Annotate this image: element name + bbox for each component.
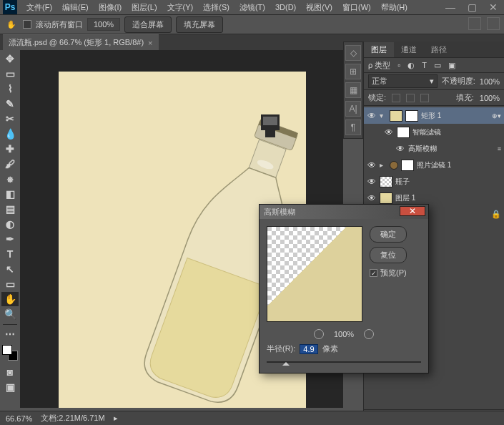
layer-thumb[interactable] bbox=[380, 176, 392, 187]
preview-area[interactable] bbox=[267, 226, 362, 322]
shape-tool-icon[interactable]: ▭ bbox=[1, 277, 19, 291]
layer-name[interactable]: 矩形 1 bbox=[421, 111, 441, 121]
layer-mask-thumb[interactable] bbox=[405, 110, 418, 122]
layer-name[interactable]: 高斯模糊 bbox=[408, 144, 437, 154]
layer-thumb[interactable] bbox=[390, 110, 402, 122]
pen-tool-icon[interactable]: ✒ bbox=[1, 232, 19, 246]
menu-help[interactable]: 帮助(H) bbox=[376, 1, 412, 14]
menu-edit[interactable]: 编辑(E) bbox=[57, 1, 94, 14]
preview-checkbox[interactable]: ✓ 预览(P) bbox=[370, 268, 407, 278]
status-zoom[interactable]: 66.67% bbox=[6, 414, 32, 423]
menu-view[interactable]: 视图(V) bbox=[301, 1, 337, 14]
visibility-icon[interactable]: 👁 bbox=[367, 177, 377, 187]
lock-all-icon[interactable] bbox=[420, 94, 429, 102]
layer-name[interactable]: 瓶子 bbox=[395, 177, 410, 187]
layer-row[interactable]: 👁 瓶子 bbox=[364, 173, 504, 190]
filter-pixel-icon[interactable]: ▫ bbox=[397, 61, 400, 69]
layer-row[interactable]: 👁 高斯模糊 ≡ bbox=[364, 140, 504, 157]
filter-options-icon[interactable]: ≡ bbox=[498, 145, 501, 152]
eyedropper-tool-icon[interactable]: 💧 bbox=[1, 127, 19, 141]
color-panel-icon[interactable]: ▦ bbox=[345, 82, 361, 98]
expand-arrow-icon[interactable]: ▸ bbox=[380, 161, 387, 169]
cancel-button[interactable]: 复位 bbox=[370, 247, 407, 263]
blend-mode-select[interactable]: 正常▾ bbox=[368, 74, 438, 88]
zoom-out-icon[interactable] bbox=[314, 329, 324, 339]
document-tab[interactable]: 漂流瓶.psd @ 66.7% (矩形 1, RGB/8#) × bbox=[3, 34, 159, 50]
zoom-tool-icon[interactable]: 🔍 bbox=[1, 307, 19, 321]
visibility-icon[interactable]: 👁 bbox=[367, 193, 377, 203]
document-tab-close-icon[interactable]: × bbox=[148, 39, 152, 47]
path-select-tool-icon[interactable]: ↖ bbox=[1, 262, 19, 276]
window-maximize-button[interactable]: ▢ bbox=[461, 0, 483, 14]
visibility-icon[interactable]: 👁 bbox=[367, 160, 377, 170]
filter-shape-icon[interactable]: ▭ bbox=[434, 61, 441, 70]
type-tool-icon[interactable]: T bbox=[1, 247, 19, 261]
menu-file[interactable]: 文件(F) bbox=[21, 1, 57, 14]
fit-screen-button[interactable]: 适合屏幕 bbox=[124, 16, 172, 33]
edit-toolbar-icon[interactable]: ⋯ bbox=[1, 327, 19, 341]
layer-row[interactable]: 👁 ▸ 照片滤镜 1 bbox=[364, 157, 504, 173]
move-tool-icon[interactable]: ✥ bbox=[1, 52, 19, 66]
marquee-tool-icon[interactable]: ▭ bbox=[1, 67, 19, 81]
menu-type[interactable]: 文字(Y) bbox=[162, 1, 199, 14]
eraser-tool-icon[interactable]: ◧ bbox=[1, 187, 19, 201]
hand-tool-icon[interactable]: ✋ bbox=[1, 292, 19, 306]
menu-image[interactable]: 图像(I) bbox=[94, 1, 127, 14]
layer-thumb[interactable] bbox=[380, 192, 392, 204]
filter-type-icon[interactable]: T bbox=[422, 61, 427, 69]
character-panel-icon[interactable]: A| bbox=[345, 101, 361, 117]
layer-mask-thumb[interactable] bbox=[401, 160, 414, 171]
dodge-tool-icon[interactable]: ◐ bbox=[1, 217, 19, 231]
slider-thumb-icon[interactable] bbox=[282, 358, 290, 366]
search-icon[interactable] bbox=[487, 17, 500, 30]
radius-slider[interactable] bbox=[267, 358, 421, 366]
menu-window[interactable]: 窗口(W) bbox=[337, 1, 376, 14]
menu-3d[interactable]: 3D(D) bbox=[270, 1, 301, 13]
expand-arrow-icon[interactable]: ▾ bbox=[380, 112, 387, 119]
workspace-switcher-icon[interactable] bbox=[468, 17, 481, 30]
foreground-color[interactable] bbox=[2, 345, 12, 355]
color-swatch[interactable] bbox=[2, 345, 18, 361]
fill-screen-button[interactable]: 填充屏幕 bbox=[176, 16, 223, 33]
layer-name[interactable]: 照片滤镜 1 bbox=[417, 160, 451, 170]
lasso-tool-icon[interactable]: ⌇ bbox=[1, 82, 19, 96]
scroll-all-checkbox[interactable] bbox=[23, 20, 31, 29]
stamp-tool-icon[interactable]: ⎈ bbox=[1, 172, 19, 186]
paragraph-panel-icon[interactable]: ¶ bbox=[345, 119, 361, 135]
zoom-in-icon[interactable] bbox=[364, 329, 374, 339]
opacity-value[interactable]: 100% bbox=[480, 77, 500, 86]
menu-select[interactable]: 选择(S) bbox=[198, 1, 234, 14]
dialog-titlebar[interactable]: 高斯模糊 ✕ bbox=[260, 205, 428, 219]
adjust-icon[interactable] bbox=[390, 161, 398, 170]
properties-panel-icon[interactable]: ⊞ bbox=[345, 64, 361, 79]
visibility-icon[interactable]: 👁 bbox=[395, 144, 405, 154]
quick-mask-icon[interactable]: ◙ bbox=[1, 365, 19, 379]
dialog-close-button[interactable]: ✕ bbox=[400, 206, 425, 216]
screen-mode-icon[interactable]: ▣ bbox=[1, 380, 19, 394]
menu-filter[interactable]: 滤镜(T) bbox=[234, 1, 270, 14]
status-arrow-icon[interactable]: ▸ bbox=[114, 414, 118, 423]
fill-value[interactable]: 100% bbox=[480, 94, 500, 102]
tab-paths[interactable]: 路径 bbox=[424, 42, 454, 57]
brush-tool-icon[interactable]: 🖌 bbox=[1, 157, 19, 171]
layer-row[interactable]: 👁 智能滤镜 bbox=[364, 124, 504, 140]
window-close-button[interactable]: ✕ bbox=[483, 0, 504, 14]
menu-layer[interactable]: 图层(L) bbox=[127, 1, 162, 14]
radius-input[interactable]: 4.9 bbox=[300, 344, 317, 354]
filter-smart-icon[interactable]: ▣ bbox=[448, 61, 455, 70]
lock-position-icon[interactable] bbox=[406, 94, 415, 102]
tab-layers[interactable]: 图层 bbox=[364, 42, 394, 57]
gradient-tool-icon[interactable]: ▤ bbox=[1, 202, 19, 216]
filter-adjust-icon[interactable]: ◐ bbox=[407, 61, 415, 70]
status-doc-size[interactable]: 文档:2.21M/6.71M bbox=[41, 413, 104, 424]
ok-button[interactable]: 确定 bbox=[370, 226, 407, 243]
crop-tool-icon[interactable]: ✂ bbox=[1, 112, 19, 126]
window-minimize-button[interactable]: — bbox=[440, 0, 461, 14]
smart-filter-mask[interactable] bbox=[397, 127, 410, 138]
visibility-icon[interactable]: 👁 bbox=[384, 127, 394, 137]
zoom-100-button[interactable]: 100% bbox=[87, 18, 120, 31]
lock-pixels-icon[interactable] bbox=[392, 94, 400, 102]
history-panel-icon[interactable]: ◇ bbox=[345, 45, 361, 61]
visibility-icon[interactable]: 👁 bbox=[367, 111, 377, 121]
quick-select-tool-icon[interactable]: ✎ bbox=[1, 97, 19, 111]
